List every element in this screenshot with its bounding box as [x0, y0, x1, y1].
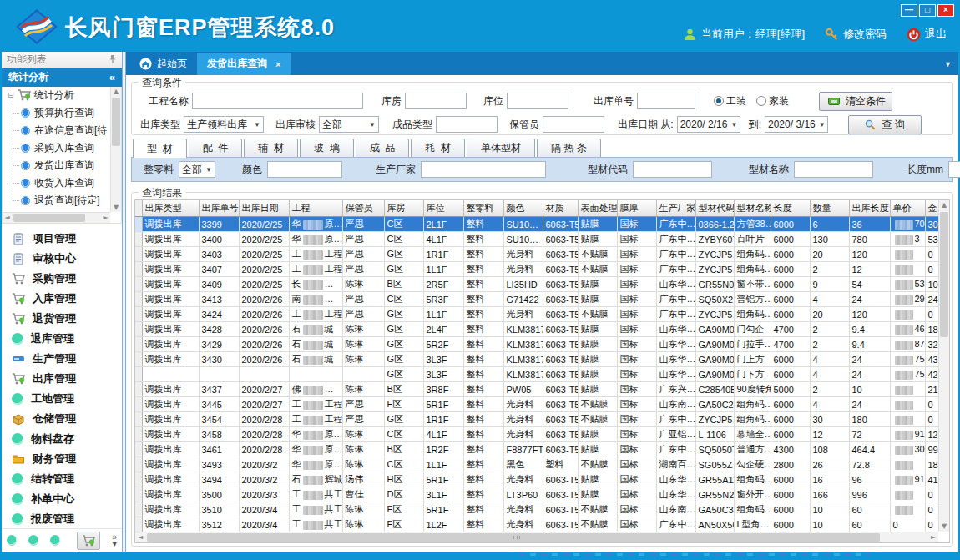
tree-horizontal-scrollbar[interactable]: ◄ ► [3, 212, 110, 223]
row-header-cell[interactable] [135, 307, 142, 322]
filter-input[interactable] [948, 161, 960, 178]
column-header[interactable]: 型材代码 [695, 200, 734, 217]
row-header-cell[interactable] [135, 337, 142, 352]
sidebar-item-退库管理[interactable]: 退库管理 [2, 329, 122, 349]
sidebar-item-审核中心[interactable]: 审核中心 [2, 249, 122, 269]
row-header-cell[interactable] [135, 457, 142, 472]
minimize-button[interactable]: — [901, 4, 917, 17]
grid-vertical-scrollbar[interactable]: ▲ ▼ [938, 200, 949, 532]
table-row[interactable]: 调拨出库34002020/2/25华原…严思C区4L1F整料SU10…6063-… [135, 232, 938, 247]
material-tab[interactable]: 配 件 [189, 139, 243, 157]
table-row[interactable]: 调拨出库34612020/2/28华原…陈琳B区1R2F整料F8877FT606… [135, 442, 938, 457]
sidebar-item-采购管理[interactable]: 采购管理 [2, 269, 122, 289]
table-row[interactable]: 调拨出库34542020/2/28工工程严思G区1R1F整料光身料6063-T5… [135, 412, 938, 427]
table-row[interactable]: 调拨出库34582020/2/28华原…陈琳C区4L1F整料光身料6063-T5… [135, 427, 938, 442]
sidebar-item-报废管理[interactable]: 报废管理 [2, 509, 122, 528]
row-header-cell[interactable] [135, 427, 142, 442]
filter-input[interactable] [794, 161, 873, 178]
row-header-cell[interactable] [135, 382, 142, 397]
out-type-select[interactable]: 生产领料出库▼ [184, 116, 264, 133]
close-button[interactable]: × [937, 4, 954, 17]
row-header-cell[interactable] [135, 247, 142, 262]
keeper-input[interactable] [543, 116, 604, 133]
table-row[interactable]: 调拨出库34942020/3/2石辉城汤伟H区5R1F整料光身料6063-T5贴… [135, 472, 938, 487]
maximize-button[interactable]: □ [919, 4, 936, 17]
row-header-cell[interactable] [135, 322, 142, 337]
column-header[interactable]: 出库长度 [849, 200, 890, 217]
sidebar-item-出库管理[interactable]: 出库管理 [2, 369, 122, 389]
column-header[interactable]: 数量 [810, 200, 849, 217]
row-header-cell[interactable] [135, 262, 142, 277]
dot-icon[interactable] [28, 535, 38, 546]
collapse-icon[interactable]: « [109, 71, 115, 83]
audit-select[interactable]: 全部▼ [319, 116, 379, 133]
tree-item[interactable]: 采购入库查询 [3, 139, 110, 157]
material-tab[interactable]: 辅 材 [244, 139, 298, 157]
material-tab[interactable]: 单体型材 [467, 139, 535, 157]
row-header-cell[interactable] [135, 217, 142, 232]
sidebar-item-结转管理[interactable]: 结转管理 [2, 469, 122, 489]
table-row[interactable]: 调拨出库35002020/3/3工共工程曹佳D区3L1F整料LT3P606063… [135, 487, 938, 502]
tab-shipping-outbound-query[interactable]: 发货出库查询 × [197, 53, 291, 75]
sidebar-item-工地管理[interactable]: 工地管理 [2, 389, 122, 409]
column-header[interactable]: 单价 [890, 200, 925, 217]
grid-horizontal-scrollbar[interactable]: ◄ ► [135, 532, 938, 542]
material-tab[interactable]: 耗 材 [411, 139, 465, 157]
column-header[interactable]: 工程 [289, 200, 342, 217]
row-header-cell[interactable] [135, 292, 142, 307]
row-header-cell[interactable] [135, 487, 142, 502]
row-header-cell[interactable] [135, 232, 142, 247]
column-header[interactable]: 生产厂家 [656, 200, 695, 217]
row-header-cell[interactable] [135, 412, 142, 427]
clear-conditions-button[interactable]: 清空条件 [819, 92, 892, 111]
tree-item[interactable]: 退货查询[待定] [3, 192, 110, 209]
tree-item[interactable]: 预算执行查询 [3, 104, 110, 122]
radio-jiazhuang[interactable]: 家装 [756, 94, 789, 108]
column-header[interactable]: 长度 [771, 200, 810, 217]
dot-icon[interactable] [7, 535, 17, 546]
table-row[interactable]: 调拨出库34452020/2/27工工程严思F区5R1F整料光身料6063-T5… [135, 397, 938, 412]
column-header[interactable]: 保管员 [342, 200, 384, 217]
table-row[interactable]: 调拨出库34932020/3/2华原…陈琳C区1L1F整料黑色塑料不贴膜国标湖南… [135, 457, 938, 472]
table-row[interactable]: 调拨出库34282020/2/26石城陈琳G区2L4F整料KLM38176063… [135, 322, 938, 337]
column-header[interactable]: 库房 [384, 200, 423, 217]
date-to-picker[interactable]: 2020/ 3/16▼ [765, 116, 828, 133]
tab-list-dropdown-icon[interactable]: ▼ [944, 60, 952, 68]
material-tab[interactable]: 型 材 [133, 139, 187, 158]
sidebar-item-项目管理[interactable]: 项目管理 [2, 229, 122, 249]
order-no-input[interactable] [637, 93, 695, 109]
filter-input[interactable] [633, 161, 712, 178]
sidebar-item-补单中心[interactable]: 补单中心 [2, 489, 122, 509]
row-header-cell[interactable] [135, 502, 142, 517]
row-header-cell[interactable] [135, 517, 142, 532]
table-row[interactable]: 调拨出库34072020/2/25工工程严思G区1L1F整料光身料6063-T5… [135, 262, 938, 277]
tab-home[interactable]: 起始页 [129, 53, 197, 75]
sidebar-item-入库管理[interactable]: 入库管理 [2, 289, 122, 309]
sidebar-item-仓储管理[interactable]: 仓储管理 [2, 409, 122, 429]
table-row[interactable]: 调拨出库34372020/2/27佛…陈琳B区3R8F整料PW056063-T5… [135, 382, 938, 397]
row-header-cell[interactable] [135, 277, 142, 292]
table-row[interactable]: 调拨出库33992020/2/25华原…严思C区2L1F整料SU10…6063-… [135, 217, 938, 232]
radio-unselected-icon[interactable] [756, 96, 766, 106]
column-header[interactable]: 出库类型 [142, 200, 199, 217]
location-input[interactable] [507, 93, 568, 109]
cart-shortcut-button[interactable] [77, 532, 100, 550]
filter-select[interactable]: 全部▼ [179, 161, 215, 178]
row-header-cell[interactable] [135, 397, 142, 412]
sidebar-overflow-button[interactable]: »▾ [112, 534, 117, 547]
section-header[interactable]: 统计分析 « [2, 68, 122, 87]
column-header[interactable]: 库位 [423, 200, 463, 217]
table-row[interactable]: 调拨出库34242020/2/26工工程严思G区1L1F整料光身料6063-T5… [135, 307, 938, 322]
column-header[interactable]: 整零料 [463, 200, 503, 217]
warehouse-input[interactable] [405, 93, 467, 109]
column-header[interactable]: 型材名称 [734, 200, 771, 217]
sidebar-item-生产管理[interactable]: 生产管理 [2, 349, 122, 369]
tree-root[interactable]: ⊟ 统计分析 [3, 87, 110, 104]
row-header-cell[interactable] [135, 352, 142, 367]
column-header[interactable]: 材质 [543, 200, 578, 217]
product-type-input[interactable] [436, 116, 498, 133]
table-row[interactable]: 调拨出库35102020/3/4工共工程陈琳F区5R1F整料光身料6063-T5… [135, 502, 938, 517]
filter-input[interactable] [267, 161, 342, 178]
column-header[interactable]: 出库单号 [199, 200, 239, 217]
radio-gongzhuang[interactable]: 工装 [714, 94, 746, 108]
